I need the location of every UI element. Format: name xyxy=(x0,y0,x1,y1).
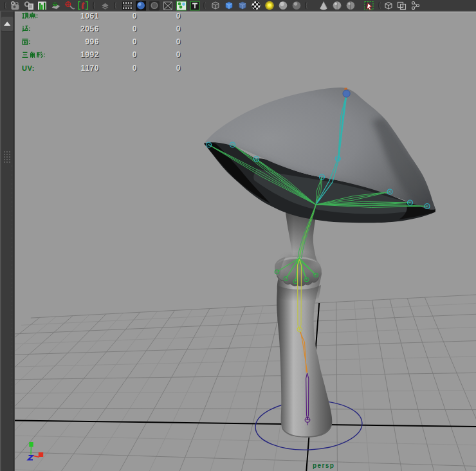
svg-text:0: 0 xyxy=(176,12,181,21)
svg-text:0: 0 xyxy=(176,64,181,73)
svg-text:persp: persp xyxy=(313,462,334,469)
svg-text:0: 0 xyxy=(176,37,181,46)
svg-text:1170: 1170 xyxy=(81,64,99,73)
svg-text:0: 0 xyxy=(133,50,137,59)
svg-text:0: 0 xyxy=(176,50,181,59)
svg-text:0: 0 xyxy=(133,37,137,46)
svg-text:2056: 2056 xyxy=(80,24,99,33)
svg-text:0: 0 xyxy=(176,24,181,33)
svg-text:0: 0 xyxy=(133,12,137,21)
svg-text:1992: 1992 xyxy=(80,50,99,59)
svg-text:UV:: UV: xyxy=(22,64,35,72)
svg-text:996: 996 xyxy=(85,37,99,46)
svg-text:0: 0 xyxy=(133,64,137,73)
svg-text:1061: 1061 xyxy=(80,12,99,21)
svg-text:0: 0 xyxy=(133,24,137,33)
